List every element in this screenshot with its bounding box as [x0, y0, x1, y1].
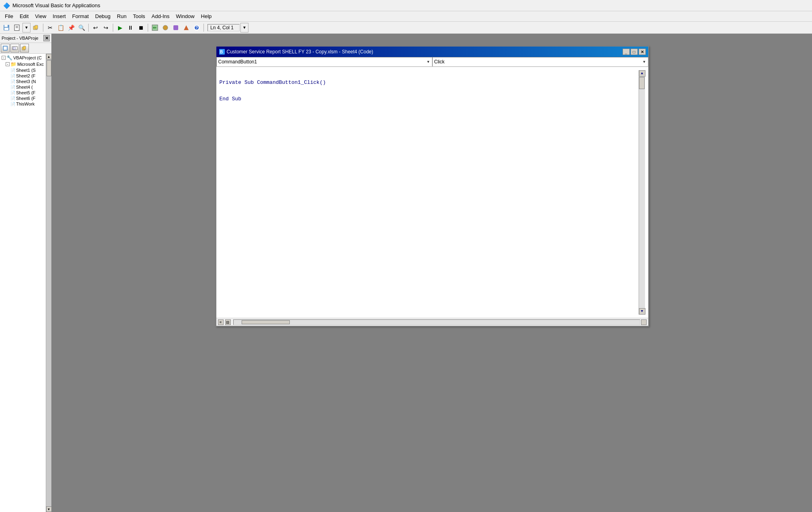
toolbar-new-dropdown[interactable]: ▼	[22, 23, 31, 33]
toolbar-stop-btn[interactable]: ⏹	[136, 23, 146, 33]
code-window-minimize[interactable]: _	[623, 49, 630, 55]
toolbar-copy-btn[interactable]: 📋	[56, 23, 65, 33]
code-window-controls: _ □ ✕	[623, 49, 646, 55]
object-dropdown-arrow: ▼	[427, 60, 430, 64]
panel-view-code-btn[interactable]: { }	[10, 44, 19, 53]
code-window-titlebar: B Customer Service Report SHELL FY 23 - …	[216, 47, 648, 57]
code-h-scrollbar[interactable]	[233, 319, 640, 325]
tree-label-sheet5: Sheet5 (F	[16, 90, 35, 95]
content-area: B Customer Service Report SHELL FY 23 - …	[52, 34, 812, 512]
toolbar-btn5[interactable]: ?	[192, 23, 201, 33]
toolbar-open-btn[interactable]	[31, 23, 41, 33]
toolbar-paste-btn[interactable]: 📌	[66, 23, 76, 33]
code-window-restore[interactable]: □	[631, 49, 638, 55]
toolbar-pause-btn[interactable]: ⏸	[126, 23, 135, 33]
app-icon: 🔷	[3, 2, 10, 9]
project-explorer-panel: Project - VBAProje ✕ { }	[0, 34, 52, 512]
tree-label-thisworkbook: ThisWork	[16, 102, 35, 106]
tree-item-sheet4[interactable]: 📄 Sheet4 (	[1, 84, 45, 90]
tree-item-vbaproject[interactable]: - 🔧 VBAProject (C	[1, 55, 45, 61]
code-dropdowns: CommandButton1 ▼ Click ▼	[216, 57, 648, 67]
menu-insert[interactable]: Insert	[49, 11, 69, 21]
svg-point-10	[163, 25, 168, 30]
toolbar-redo-btn[interactable]: ↪	[101, 23, 111, 33]
proc-dropdown[interactable]: Click ▼	[432, 57, 648, 67]
menu-debug[interactable]: Debug	[92, 11, 114, 21]
code-h-scroll-thumb[interactable]	[242, 320, 290, 324]
toolbar-status-dropdown[interactable]: ▼	[240, 23, 248, 33]
tree-label-sheet2: Sheet2 (F	[16, 73, 35, 78]
tree-item-excel-objects[interactable]: - 📁 Microsoft Exc	[1, 61, 45, 67]
toolbar-undo-btn[interactable]: ↩	[91, 23, 100, 33]
panel-scroll-down[interactable]: ▼	[46, 506, 52, 512]
panel-toolbar: { }	[0, 43, 51, 54]
toolbar-find-btn[interactable]: 🔍	[77, 23, 86, 33]
code-window-title-left: B Customer Service Report SHELL FY 23 - …	[219, 49, 373, 55]
toolbar-btn4[interactable]	[181, 23, 191, 33]
toolbar-sep4	[148, 24, 148, 32]
panel-scroll-up[interactable]: ▲	[46, 54, 52, 59]
proc-dropdown-arrow: ▼	[643, 60, 646, 64]
tree-label-excel: Microsoft Exc	[17, 62, 44, 67]
main-area: Project - VBAProje ✕ { }	[0, 34, 812, 512]
code-scroll-up[interactable]: ▲	[639, 70, 645, 77]
toolbar-new-btn[interactable]	[12, 23, 22, 33]
code-scroll-down[interactable]: ▼	[639, 308, 645, 315]
svg-rect-7	[35, 25, 38, 29]
object-dropdown-value: CommandButton1	[218, 59, 257, 65]
tree-item-sheet6[interactable]: 📄 Sheet6 (F	[1, 95, 45, 101]
code-view-full-btn[interactable]: ▤	[225, 319, 231, 325]
panel-scrollbar: ▲ ▼	[46, 54, 51, 512]
svg-rect-16	[4, 47, 7, 50]
code-scroll-thumb[interactable]	[639, 77, 645, 89]
tree-item-sheet1[interactable]: 📄 Sheet1 (S	[1, 67, 45, 73]
code-content[interactable]: Private Sub CommandButton1_Click()End Su…	[220, 70, 639, 315]
menu-view[interactable]: View	[32, 11, 49, 21]
toolbar-save-btn[interactable]	[2, 23, 11, 33]
toolbar-btn2[interactable]	[161, 23, 170, 33]
object-dropdown[interactable]: CommandButton1 ▼	[216, 57, 432, 67]
toolbar-sep2	[88, 24, 89, 32]
tree-label-sheet4: Sheet4 (	[16, 85, 33, 89]
panel-view-object-btn[interactable]	[1, 44, 10, 53]
proc-dropdown-value: Click	[434, 59, 445, 65]
toolbar-design-btn[interactable]: ✏	[150, 23, 160, 33]
svg-text:B: B	[220, 50, 223, 54]
svg-rect-20	[23, 46, 26, 49]
toolbar-cut-btn[interactable]: ✂	[45, 23, 55, 33]
code-window: B Customer Service Report SHELL FY 23 - …	[216, 46, 649, 327]
tree-expand-excel[interactable]: -	[6, 62, 10, 66]
code-bottom-corner	[641, 319, 647, 325]
menu-window[interactable]: Window	[173, 11, 197, 21]
tree-item-thisworkbook[interactable]: 📄 ThisWork	[1, 101, 45, 107]
menu-edit[interactable]: Edit	[16, 11, 32, 21]
menu-format[interactable]: Format	[69, 11, 92, 21]
panel-toggle-folders-btn[interactable]	[20, 44, 29, 53]
tree-item-sheet3[interactable]: 📄 Sheet3 (N	[1, 79, 45, 84]
code-scrollbar: ▲ ▼	[639, 70, 645, 315]
menu-run[interactable]: Run	[114, 11, 130, 21]
menu-help[interactable]: Help	[198, 11, 215, 21]
panel-scroll-thumb[interactable]	[47, 60, 51, 76]
code-window-close[interactable]: ✕	[639, 49, 646, 55]
menu-addins[interactable]: Add-Ins	[149, 11, 173, 21]
code-scroll-track	[639, 77, 645, 308]
code-window-title: Customer Service Report SHELL FY 23 - Co…	[227, 49, 373, 55]
tree-item-sheet5[interactable]: 📄 Sheet5 (F	[1, 90, 45, 95]
svg-rect-11	[173, 25, 178, 30]
panel-close-btn[interactable]: ✕	[43, 35, 50, 41]
tree-label-vbaproject: VBAProject (C	[13, 55, 42, 60]
menu-tools[interactable]: Tools	[130, 11, 148, 21]
svg-text:✏: ✏	[153, 25, 157, 30]
tree-label-sheet3: Sheet3 (N	[16, 79, 36, 84]
menu-file[interactable]: File	[2, 11, 16, 21]
toolbar-sep3	[113, 24, 113, 32]
toolbar: ▼ ✂ 📋 📌 🔍 ↩ ↪ ▶ ⏸ ⏹ ✏ ? Ln 4, Col 1 ▼	[0, 22, 812, 34]
svg-rect-1	[4, 25, 8, 27]
toolbar-btn3[interactable]	[171, 23, 181, 33]
tree-item-sheet2[interactable]: 📄 Sheet2 (F	[1, 73, 45, 79]
menu-bar: File Edit View Insert Format Debug Run T…	[0, 11, 812, 22]
toolbar-run-btn[interactable]: ▶	[115, 23, 125, 33]
tree-expand-vbaproject[interactable]: -	[2, 56, 6, 60]
code-view-proc-btn[interactable]: ≡	[218, 319, 224, 325]
